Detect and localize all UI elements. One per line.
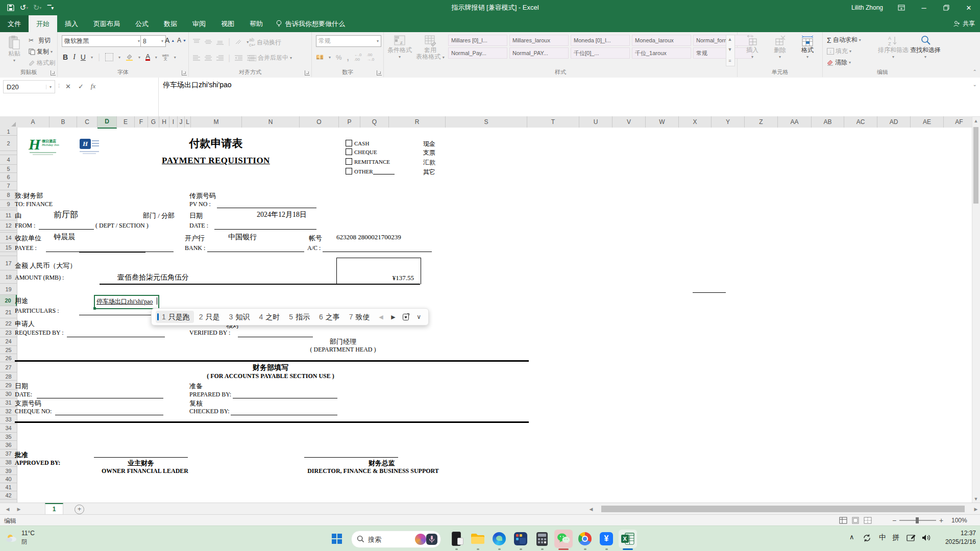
taskbar-app-store-icon[interactable] — [511, 530, 530, 548]
taskbar-phone-link-icon[interactable] — [447, 530, 465, 548]
ime-candidate-7[interactable]: 7致使 — [345, 311, 374, 323]
row-header-33[interactable]: 33 — [0, 415, 17, 424]
format-cells-button[interactable]: 格式▾ — [795, 33, 820, 67]
ribbon-display-options-button[interactable] — [890, 0, 913, 15]
insert-function-icon[interactable]: fx — [91, 82, 95, 90]
borders-button[interactable] — [105, 53, 113, 61]
row-header-12[interactable]: 12 — [0, 220, 17, 231]
row-header-5[interactable]: 5 — [0, 165, 17, 173]
styles-scroll-up[interactable]: ▲ — [726, 36, 733, 42]
save-icon[interactable] — [4, 2, 17, 13]
number-format-combo[interactable]: 常规▾ — [316, 35, 381, 47]
column-header-F[interactable]: F — [135, 116, 148, 128]
namebox-splitter[interactable]: ⁞ — [58, 83, 60, 89]
find-select-button[interactable]: 查找和选择▾ — [910, 33, 941, 67]
page-layout-view-icon[interactable] — [851, 517, 860, 524]
underline-button[interactable]: U — [81, 53, 86, 61]
column-header-B[interactable]: B — [50, 116, 77, 128]
formula-input[interactable]: 停车场出口zhi'shi'pao — [158, 78, 967, 122]
conditional-formatting-button[interactable]: ≠ 条件格式▾ — [385, 33, 414, 67]
taskbar-wechat-icon[interactable] — [554, 530, 573, 548]
row-header-20[interactable]: 20 — [0, 295, 17, 306]
column-header-U[interactable]: U — [579, 116, 612, 128]
row-header-26[interactable]: 26 — [0, 354, 17, 362]
ime-candidate-3[interactable]: 3知识 — [225, 311, 254, 323]
row-header-34[interactable]: 34 — [0, 424, 17, 433]
page-break-view-icon[interactable] — [864, 517, 872, 524]
column-header-C[interactable]: C — [77, 116, 97, 128]
insert-cells-button[interactable]: 插入▾ — [740, 33, 765, 67]
row-header-31[interactable]: 31 — [0, 398, 17, 407]
cell-fill-handle[interactable] — [93, 307, 96, 310]
row-header-14[interactable]: 14 — [0, 233, 17, 243]
row-header-36[interactable]: 36 — [0, 441, 17, 449]
row-header-30[interactable]: 30 — [0, 390, 17, 398]
grow-font-button[interactable]: A▲ — [165, 36, 175, 44]
search-mic-icon[interactable] — [426, 534, 437, 545]
row-header-32[interactable]: 32 — [0, 407, 17, 415]
scroll-down-arrow[interactable]: ▼ — [972, 495, 979, 503]
column-header-Y[interactable]: Y — [712, 116, 745, 128]
accounting-format-icon[interactable]: 💴 — [316, 54, 324, 61]
row-header-8[interactable]: 8 — [0, 190, 17, 200]
sheet-nav-right-icon[interactable]: ▶ — [15, 506, 22, 513]
zoom-slider-thumb[interactable] — [916, 517, 919, 523]
font-name-combo[interactable]: 微软雅黑▾ — [62, 35, 142, 47]
decrease-decimal-icon[interactable]: .00→.0 — [366, 53, 374, 62]
confirm-entry-icon[interactable]: ✓ — [78, 83, 84, 90]
column-header-S[interactable]: S — [446, 116, 527, 128]
row-header-1[interactable]: 1 — [0, 128, 17, 136]
column-header-X[interactable]: X — [679, 116, 712, 128]
column-header-G[interactable]: G — [148, 116, 159, 128]
search-box[interactable]: 搜索 — [351, 531, 441, 548]
update-pending-icon[interactable] — [863, 534, 871, 542]
taskbar-alipay-icon[interactable]: ¥ — [597, 530, 616, 548]
ime-expand-icon[interactable]: ∨ — [414, 313, 424, 320]
weather-widget[interactable] — [5, 531, 18, 544]
format-as-table-button[interactable]: 套用表格格式 ▾ — [415, 33, 445, 67]
ime-language-indicator[interactable]: 中 — [879, 533, 886, 542]
normal-view-icon[interactable] — [839, 517, 847, 524]
checkbox-other[interactable] — [346, 168, 352, 174]
column-header-Q[interactable]: Q — [360, 116, 389, 128]
row-header-40[interactable]: 40 — [0, 475, 17, 483]
row-header-35[interactable]: 35 — [0, 433, 17, 441]
customize-qat-button[interactable]: ▔▾ — [44, 2, 57, 13]
font-size-combo[interactable]: 8▾ — [140, 35, 166, 47]
minimize-button[interactable]: ─ — [913, 0, 935, 15]
autosum-button[interactable]: Σ自动求和▾ — [827, 36, 861, 44]
horizontal-scrollbar[interactable]: ◀ ▶ — [587, 505, 980, 513]
vertical-scrollbar[interactable]: ▲ ▼ — [972, 116, 980, 504]
redo-button[interactable]: ↻▾ — [31, 2, 44, 13]
row-header-42[interactable]: 42 — [0, 491, 17, 499]
column-header-J[interactable]: J — [178, 116, 185, 128]
cell-style-chip[interactable]: Moneda [0]_l... — [571, 35, 630, 46]
column-header-H[interactable]: H — [159, 116, 169, 128]
ime-candidate-6[interactable]: 6之事 — [315, 311, 344, 323]
tell-me-box[interactable]: 告诉我你想要做什么 — [271, 15, 350, 32]
row-header-15[interactable]: 15 — [0, 243, 17, 252]
column-header-AA[interactable]: AA — [778, 116, 812, 128]
tab-帮助[interactable]: 帮助 — [242, 15, 271, 32]
column-header-N[interactable]: N — [242, 116, 300, 128]
vertical-scroll-thumb[interactable] — [973, 127, 978, 204]
name-box[interactable]: D20 ▾ — [3, 80, 55, 93]
zoom-out-button[interactable]: − — [892, 516, 896, 524]
checkbox-remittance[interactable] — [346, 158, 352, 165]
cell-style-chip[interactable]: 千位[0]_... — [571, 47, 630, 59]
row-header-24[interactable]: 24 — [0, 337, 17, 346]
share-button[interactable]: 共享 — [953, 15, 975, 32]
copy-button[interactable]: 复制▾ — [29, 47, 55, 56]
zoom-level[interactable]: 100% — [951, 517, 967, 524]
column-header-L[interactable]: L — [185, 116, 191, 128]
row-header-16[interactable] — [0, 252, 17, 256]
row-header-21[interactable]: 21 — [0, 306, 17, 318]
cancel-entry-icon[interactable]: ✕ — [65, 83, 71, 90]
column-header-A[interactable]: A — [17, 116, 50, 128]
tab-页面布局[interactable]: 页面布局 — [86, 15, 128, 32]
column-header-P[interactable]: P — [339, 116, 360, 128]
tab-审阅[interactable]: 审阅 — [185, 15, 213, 32]
formula-bar-expand-icon[interactable]: ⌄ — [973, 82, 977, 87]
row-header-7[interactable]: 7 — [0, 182, 17, 190]
sheet-nav-left-icon[interactable]: ◀ — [4, 506, 11, 513]
